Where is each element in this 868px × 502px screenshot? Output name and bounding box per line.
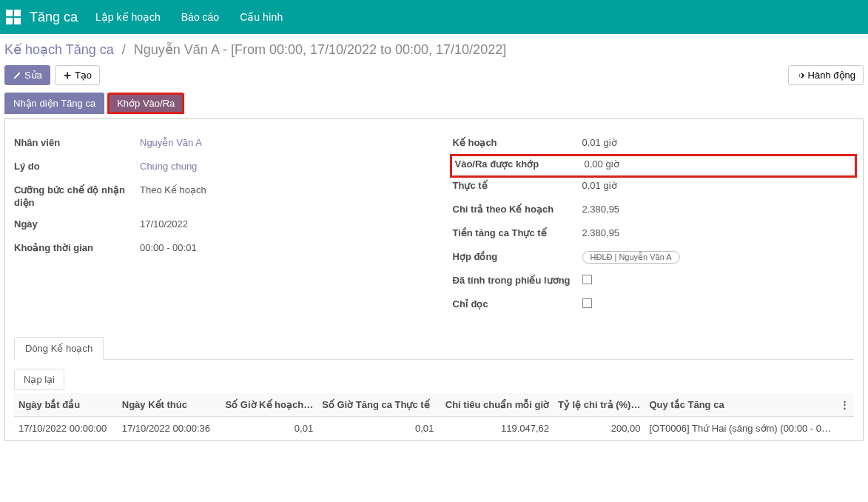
gear-icon: [796, 71, 805, 80]
action-menu-button[interactable]: Hành động: [788, 65, 864, 85]
readonly-checkbox[interactable]: [582, 298, 592, 308]
cell-std-cost: 119.047,62: [438, 417, 554, 441]
breadcrumb: Kế hoạch Tăng ca / Nguyễn Văn A - [From …: [0, 34, 868, 61]
apps-icon[interactable]: [6, 10, 21, 24]
plan-value: 0,01 giờ: [582, 137, 855, 148]
reason-label: Lý do: [14, 161, 140, 173]
range-value: 00:00 - 00:01: [140, 242, 416, 253]
cell-end: 17/10/2022 00:00:36: [118, 417, 221, 441]
breadcrumb-root[interactable]: Kế hoạch Tăng ca: [4, 42, 114, 57]
breadcrumb-sep: /: [118, 42, 130, 57]
th-plan-h[interactable]: Số Giờ Kế hoạch…: [221, 393, 318, 417]
th-end[interactable]: Ngày Kết thúc: [118, 393, 221, 417]
pay-plan-label: Chi trả theo Kế hoạch: [453, 204, 582, 216]
menu-report[interactable]: Báo cáo: [181, 11, 219, 23]
app-title: Tăng ca: [30, 10, 78, 25]
table-row[interactable]: 17/10/2022 00:00:00 17/10/2022 00:00:36 …: [14, 417, 854, 441]
sub-tabs: Dòng Kế hoạch: [14, 337, 854, 360]
edit-label: Sửa: [24, 70, 42, 81]
breadcrumb-current: Nguyễn Văn A - [From 00:00, 17/10/2022 t…: [134, 42, 506, 57]
create-label: Tạo: [75, 70, 92, 81]
matched-row-highlight: Vào/Ra được khớp 0,00 giờ: [450, 154, 858, 178]
matched-label: Vào/Ra được khớp: [455, 158, 585, 171]
create-button[interactable]: Tạo: [55, 65, 100, 85]
tab-recognition[interactable]: Nhận diện Tăng ca: [4, 93, 104, 114]
form-right: Kế hoạch 0,01 giờ Vào/Ra được khớp 0,00 …: [453, 133, 855, 318]
force-value: Theo Kế hoạch: [140, 184, 416, 195]
date-label: Ngày: [14, 218, 140, 231]
subtab-plan-lines[interactable]: Dòng Kế hoạch: [14, 337, 104, 360]
action-menu-label: Hành động: [808, 70, 855, 81]
th-start[interactable]: Ngày bắt đầu: [14, 393, 118, 417]
pencil-icon: [13, 71, 21, 80]
action-row: Sửa Tạo Hành động: [0, 61, 868, 93]
topbar: Tăng ca Lập kế hoạch Báo cáo Cấu hình: [0, 0, 868, 34]
actual-label: Thực tế: [453, 180, 582, 193]
plus-icon: [63, 71, 72, 80]
tab-match-inout[interactable]: Khớp Vào/Ra: [107, 93, 184, 114]
form-left: Nhân viên Nguyễn Văn A Lý do Chung chung…: [14, 133, 416, 318]
force-label: Cưỡng bức chế độ nhận diện: [14, 184, 140, 210]
date-value: 17/10/2022: [140, 218, 416, 230]
reason-value[interactable]: Chung chung: [140, 161, 416, 172]
cell-rate: 200,00: [554, 417, 645, 441]
edit-button[interactable]: Sửa: [4, 65, 50, 85]
contract-label: Hợp đồng: [453, 251, 582, 264]
contract-tag[interactable]: HĐLĐ | Nguyễn Văn A: [582, 251, 680, 264]
plan-label: Kế hoạch: [453, 137, 582, 150]
employee-label: Nhân viên: [14, 137, 140, 150]
th-rate[interactable]: Tỷ lệ chi trả (%)…: [554, 393, 645, 417]
cell-plan-h: 0,01: [221, 417, 318, 441]
readonly-label: Chỉ đọc: [453, 298, 582, 311]
reload-button[interactable]: Nạp lại: [14, 369, 64, 390]
payslip-checkbox[interactable]: [582, 275, 592, 284]
view-tabs: Nhận diện Tăng ca Khớp Vào/Ra: [4, 93, 864, 114]
th-col-menu[interactable]: ⋮: [835, 393, 854, 417]
topbar-menu: Lập kế hoạch Báo cáo Cấu hình: [95, 11, 283, 23]
cell-rule: [OT0006] Thứ Hai (sáng sớm) (00:00 - 0…: [645, 417, 835, 441]
plan-lines-table: Ngày bắt đầu Ngày Kết thúc Số Giờ Kế hoạ…: [14, 393, 854, 440]
menu-config[interactable]: Cấu hình: [240, 11, 283, 23]
matched-value: 0,00 giờ: [585, 158, 852, 170]
menu-plan[interactable]: Lập kế hoạch: [95, 11, 161, 23]
actual-value: 0,01 giờ: [582, 180, 855, 191]
th-actual-h[interactable]: Số Giờ Tăng ca Thực tế: [317, 393, 438, 417]
cell-actual-h: 0,01: [317, 417, 438, 441]
form-sheet: Nhân viên Nguyễn Văn A Lý do Chung chung…: [4, 118, 864, 441]
employee-value[interactable]: Nguyễn Văn A: [140, 137, 416, 148]
pay-actual-value: 2.380,95: [582, 227, 855, 238]
payslip-label: Đã tính trong phiếu lương: [453, 275, 582, 287]
pay-plan-value: 2.380,95: [582, 204, 855, 215]
th-rule[interactable]: Quy tắc Tăng ca: [645, 393, 835, 417]
cell-start: 17/10/2022 00:00:00: [14, 417, 118, 441]
th-std-cost[interactable]: Chi tiêu chuẩn mỗi giờ: [438, 393, 554, 417]
pay-actual-label: Tiền tăng ca Thực tế: [453, 227, 582, 240]
contract-value[interactable]: HĐLĐ | Nguyễn Văn A: [582, 251, 855, 264]
range-label: Khoảng thời gian: [14, 242, 140, 255]
